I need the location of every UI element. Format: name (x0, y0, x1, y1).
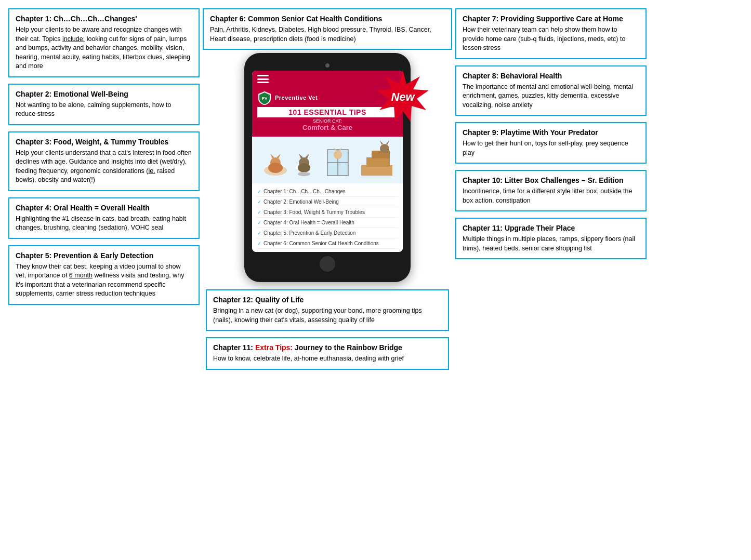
chapter-11-body: Multiple things in multiple places, ramp… (463, 235, 639, 253)
chapter-4-title: Chapter 4: Oral Health = Overall Health (16, 204, 192, 212)
chapter-9-box: Chapter 9: Playtime With Your Predator H… (455, 122, 647, 164)
new-starburst: New (374, 69, 431, 126)
chapter-11b-box: Chapter 11: Extra Tips: Journey to the R… (206, 337, 449, 370)
svg-point-15 (334, 151, 342, 159)
chapter-7-title: Chapter 7: Providing Supportive Care at … (463, 15, 639, 23)
chapter-2-box: Chapter 2: Emotional Well-Being Not want… (8, 84, 200, 125)
chapter-3-box: Chapter 3: Food, Weight, & Tummy Trouble… (8, 131, 200, 191)
pv-shield-icon: PV (257, 90, 272, 105)
tablet-chapter-item-5[interactable]: Chapter 5: Prevention & Early Detection (256, 228, 399, 238)
chapter-4-body: Highlighting the #1 disease in cats, bad… (16, 215, 192, 233)
chapter-3-body: Help your clients understand that a cat'… (16, 149, 192, 185)
bottom-middle-extra: Chapter 11: Extra Tips: Journey to the R… (203, 334, 452, 373)
chapter-11b-body: How to know, celebrate life, at-home eut… (213, 354, 442, 364)
cat-icons (260, 139, 395, 181)
chapter-10-title: Chapter 10: Litter Box Challenges – Sr. … (463, 176, 639, 184)
left-column: Chapter 1: Ch…Ch…Ch…Changes' Help your c… (5, 5, 203, 373)
tablet-chapter-item-4[interactable]: Chapter 4: Oral Health = Overall Health (256, 218, 399, 228)
chapter-12-body: Bringing in a new cat (or dog), supporti… (213, 306, 442, 325)
chapter-6-top-body: Pain, Arthritis, Kidneys, Diabetes, High… (210, 25, 445, 44)
chapter-2-body: Not wanting to be alone, calming supplem… (16, 101, 192, 119)
chapter-8-box: Chapter 8: Behavioral Health The importa… (455, 65, 647, 116)
chapter-5-box: Chapter 5: Prevention & Early Detection … (8, 245, 200, 305)
tablet-chapter-item-2[interactable]: Chapter 2: Emotional Well-Being (256, 197, 399, 207)
tablet-illustration (252, 137, 403, 183)
chapter-1-body: Help your clients to be aware and recogn… (16, 25, 192, 71)
chapter-9-body: How to get their hunt on, toys for self-… (463, 139, 639, 157)
chapter-6-top-box: Chapter 6: Common Senior Cat Health Cond… (203, 8, 452, 50)
tablet-chapters: Chapter 1: Ch…Ch…Ch…Changes Chapter 2: E… (252, 183, 403, 252)
chapter-1-box: Chapter 1: Ch…Ch…Ch…Changes' Help your c… (8, 8, 200, 77)
chapter-11-title: Chapter 11: Upgrade Their Place (463, 224, 639, 232)
chapter-12-box: Chapter 12: Quality of Life Bringing in … (206, 289, 449, 331)
chapter-11b-red: Extra Tips: (255, 343, 295, 352)
svg-text:PV: PV (262, 96, 268, 101)
svg-point-10 (298, 163, 310, 172)
svg-point-11 (298, 172, 310, 176)
chapter-1-title: Chapter 1: Ch…Ch…Ch…Changes' (16, 15, 192, 23)
chapter-5-title: Chapter 5: Prevention & Early Detection (16, 251, 192, 260)
right-column: Chapter 7: Providing Supportive Care at … (452, 5, 650, 373)
chapter-6-top-title: Chapter 6: Common Senior Cat Health Cond… (210, 15, 445, 23)
tablet-camera (325, 63, 330, 68)
chapter-12-title: Chapter 12: Quality of Life (213, 296, 442, 304)
chapter-2-title: Chapter 2: Emotional Well-Being (16, 90, 192, 98)
hamburger-menu[interactable] (257, 75, 269, 83)
new-label: New (391, 90, 414, 104)
svg-rect-19 (366, 157, 390, 167)
pv-brand: Preventive Vet (275, 95, 318, 101)
chapter-9-title: Chapter 9: Playtime With Your Predator (463, 128, 639, 137)
bottom-middle-chapters: Chapter 12: Quality of Life Bringing in … (203, 286, 452, 334)
tablet-chapter-item-1[interactable]: Chapter 1: Ch…Ch…Ch…Changes (256, 186, 399, 197)
svg-point-21 (380, 144, 389, 153)
chapter-5-body: They know their cat best, keeping a vide… (16, 262, 192, 299)
chapter-8-title: Chapter 8: Behavioral Health (463, 72, 639, 80)
chapter-7-box: Chapter 7: Providing Supportive Care at … (455, 8, 647, 59)
chapter-7-body: How their veterinary team can help show … (463, 25, 639, 53)
chapter-10-box: Chapter 10: Litter Box Challenges – Sr. … (455, 170, 647, 211)
chapter-3-title: Chapter 3: Food, Weight, & Tummy Trouble… (16, 138, 192, 146)
svg-marker-22 (380, 140, 383, 144)
middle-column: Chapter 6: Common Senior Cat Health Cond… (203, 5, 452, 373)
tablet-chapter-item-6[interactable]: Chapter 6: Common Senior Cat Health Cond… (256, 238, 399, 249)
tablet-home-button[interactable] (320, 256, 335, 272)
chapter-11-box: Chapter 11: Upgrade Their Place Multiple… (455, 218, 647, 259)
tablet-chapter-item-3[interactable]: Chapter 3: Food, Weight & Tummy Troubles (256, 207, 399, 218)
chapter-11b-title: Chapter 11: Extra Tips: Journey to the R… (213, 343, 442, 352)
svg-marker-23 (386, 140, 389, 144)
tablet-container: New (239, 53, 416, 282)
svg-point-6 (268, 163, 283, 173)
chapter-4-box: Chapter 4: Oral Health = Overall Health … (8, 197, 200, 239)
chapter-10-body: Incontinence, time for a different style… (463, 187, 639, 205)
chapter-8-body: The importance of mental and emotional w… (463, 83, 639, 110)
